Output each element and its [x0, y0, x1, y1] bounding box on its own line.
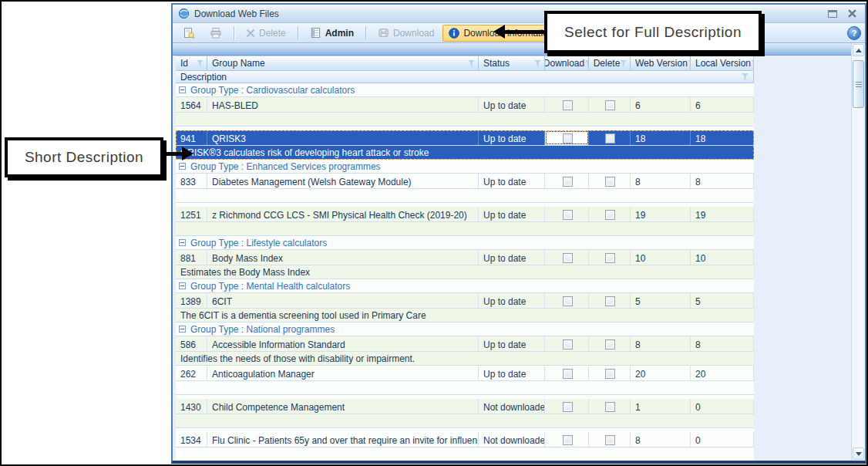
table-row[interactable]: 881Body Mass IndexUp to date1010 [176, 250, 754, 265]
column-header-download[interactable]: Download [545, 56, 589, 71]
delete-checkbox[interactable] [605, 402, 615, 412]
delete-checkbox[interactable] [605, 296, 615, 306]
scroll-down-button[interactable] [853, 447, 864, 460]
description-row[interactable] [176, 414, 754, 428]
group-header-row[interactable]: Group Type : Lifestyle calculators [176, 236, 754, 250]
table-row[interactable]: 13896CITUp to date55 [176, 293, 754, 309]
close-button[interactable] [848, 9, 856, 18]
vertical-scrollbar[interactable] [851, 43, 865, 461]
table-row[interactable]: 586Accessible Information StandardUp to … [176, 336, 754, 352]
print-preview-button[interactable] [177, 25, 201, 42]
description-row[interactable] [176, 113, 754, 127]
delete-checkbox[interactable] [605, 339, 615, 350]
cell-delete[interactable] [589, 250, 631, 265]
table-row[interactable]: 1430Child Competence ManagementNot downl… [176, 399, 754, 414]
download-checkbox[interactable] [563, 402, 573, 412]
download-checkbox[interactable] [563, 177, 573, 187]
delete-checkbox[interactable] [605, 210, 615, 220]
cell-delete[interactable] [589, 399, 631, 414]
delete-checkbox[interactable] [605, 253, 615, 263]
delete-checkbox[interactable] [605, 435, 615, 445]
scroll-up-button[interactable] [853, 44, 864, 56]
download-checkbox[interactable] [563, 339, 573, 350]
cell-download[interactable] [545, 130, 589, 145]
table-row[interactable]: 1251z Richmond CCG LCS - SMI Physical He… [176, 207, 754, 222]
collapse-icon[interactable] [179, 326, 186, 333]
cell-download[interactable] [545, 432, 589, 447]
column-header-status[interactable]: Status [479, 56, 545, 71]
filter-icon[interactable] [742, 73, 749, 80]
cell-delete[interactable] [589, 293, 631, 308]
description-row[interactable]: Identifies the needs of those with disab… [176, 352, 754, 366]
admin-button[interactable]: Admin [304, 25, 360, 42]
column-header-group-name[interactable]: Group Name [207, 56, 479, 71]
cell-delete[interactable] [589, 174, 631, 188]
cell-delete[interactable] [589, 207, 631, 221]
download-checkbox[interactable] [563, 253, 573, 263]
column-header-label: Group Name [212, 58, 265, 69]
description-row[interactable] [176, 222, 754, 236]
help-button[interactable]: ? [847, 26, 861, 40]
restore-button[interactable] [828, 10, 837, 18]
column-header-local-version[interactable]: Local Version [691, 56, 754, 71]
filter-icon[interactable] [751, 60, 754, 67]
cell-local-version: 20 [691, 366, 754, 380]
cell-download[interactable] [545, 399, 589, 414]
filter-icon[interactable] [468, 60, 475, 67]
column-header-delete[interactable]: Delete [589, 56, 631, 71]
delete-button[interactable]: Delete [240, 25, 292, 42]
collapse-icon[interactable] [179, 239, 186, 246]
delete-checkbox[interactable] [605, 177, 615, 187]
table-row[interactable]: 262Anticoagulation ManagerUp to date2020 [176, 366, 754, 381]
download-checkbox[interactable] [563, 369, 573, 379]
cell-download[interactable] [545, 207, 589, 221]
download-button[interactable]: Download [372, 25, 440, 42]
description-row[interactable] [176, 381, 754, 395]
cell-delete[interactable] [589, 336, 631, 351]
cell-download[interactable] [545, 174, 589, 188]
description-row[interactable] [176, 189, 754, 203]
group-header-row[interactable]: Group Type : Enhanced Services programme… [176, 160, 754, 174]
table-row[interactable]: 833Diabetes Management (Welsh Gateway Mo… [176, 174, 754, 189]
description-row[interactable]: Estimates the Body Mass Index [176, 265, 754, 279]
delete-checkbox[interactable] [605, 133, 615, 144]
filter-icon[interactable] [197, 60, 204, 67]
delete-checkbox[interactable] [605, 100, 615, 110]
collapse-icon[interactable] [179, 86, 186, 93]
cell-download[interactable] [545, 250, 589, 265]
download-checkbox[interactable] [563, 210, 573, 220]
download-checkbox[interactable] [563, 100, 573, 110]
delete-checkbox[interactable] [605, 369, 615, 379]
toolbar-separator [234, 26, 234, 40]
download-checkbox[interactable] [563, 133, 573, 144]
description-row[interactable]: QRISK®3 calculates risk of developing he… [176, 146, 754, 160]
filter-icon[interactable] [534, 60, 541, 67]
column-header-web-version[interactable]: Web Version [631, 56, 691, 71]
table-row[interactable]: 1564HAS-BLEDUp to date66 [176, 97, 754, 113]
column-header-id[interactable]: Id [176, 56, 207, 71]
table-row[interactable]: 1534Flu Clinic - Patients 65y and over t… [176, 432, 754, 447]
cell-delete[interactable] [589, 97, 631, 112]
cell-delete[interactable] [589, 432, 631, 447]
download-checkbox[interactable] [563, 296, 573, 306]
scrollbar-thumb[interactable] [853, 60, 864, 108]
cell-download[interactable] [545, 366, 589, 380]
callout-short-arrow-head [182, 147, 193, 160]
cell-download[interactable] [545, 336, 589, 351]
collapse-icon[interactable] [179, 282, 186, 289]
group-header-row[interactable]: Group Type : Cardiovascular calculators [176, 83, 754, 97]
table-row[interactable]: 941QRISK3Up to date1818 [176, 130, 754, 146]
filter-icon[interactable] [620, 60, 627, 67]
download-checkbox[interactable] [563, 435, 573, 445]
cell-download[interactable] [545, 293, 589, 308]
group-header-row[interactable]: Group Type : Mental Health calculators [176, 279, 754, 293]
description-row[interactable]: The 6CIT is a dementia screening tool us… [176, 309, 754, 322]
cell-download[interactable] [545, 97, 589, 112]
collapse-icon[interactable] [179, 163, 186, 170]
print-button[interactable] [204, 25, 228, 42]
download-label: Download [393, 28, 434, 39]
cell-delete[interactable] [589, 366, 631, 380]
description-row[interactable] [176, 447, 754, 461]
group-header-row[interactable]: Group Type : National programmes [176, 322, 754, 336]
cell-delete[interactable] [589, 130, 631, 145]
